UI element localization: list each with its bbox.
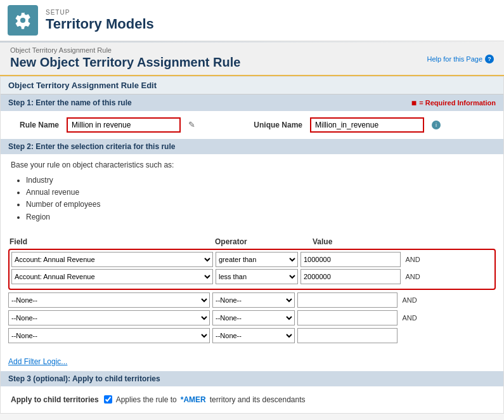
value-input-4[interactable] xyxy=(297,310,397,325)
unique-name-input[interactable] xyxy=(310,117,424,133)
help-link[interactable]: Help for this Page ? xyxy=(427,55,494,63)
step1-header: Step 1: Enter the name of this rule ■ = … xyxy=(1,95,503,111)
and-label-3: AND xyxy=(400,296,419,304)
apply-child-checkbox[interactable] xyxy=(104,395,112,404)
step3-header: Step 3 (optional): Apply to child territ… xyxy=(1,371,503,386)
filter-row-4: --None-- Account: Annual Revenue --None-… xyxy=(8,310,496,325)
criteria-annual-revenue: Annual revenue xyxy=(26,187,493,199)
field-select-1[interactable]: Account: Annual Revenue xyxy=(11,252,213,267)
and-label-2: AND xyxy=(403,273,422,280)
value-input-5[interactable] xyxy=(297,328,397,343)
col-value-header: Value xyxy=(313,237,414,246)
main-content: Object Territory Assignment Rule Edit St… xyxy=(0,76,504,414)
setup-label: SETUP xyxy=(46,9,154,16)
page-header: SETUP Territory Models xyxy=(0,0,504,41)
req-marker: ■ xyxy=(411,98,417,108)
add-filter-link[interactable]: Add Filter Logic... xyxy=(8,355,67,369)
page-heading: New Object Territory Assignment Rule xyxy=(10,54,240,71)
filter-rows-highlighted: Account: Annual Revenue greater than les… xyxy=(8,249,496,290)
filter-header-row: Field Operator Value xyxy=(8,237,496,246)
and-label-4: AND xyxy=(400,314,419,322)
edit-icon[interactable]: ✎ xyxy=(188,120,198,130)
filter-row-2: Account: Annual Revenue less than greate… xyxy=(11,269,493,284)
step3-content: Apply to child territories Applies the r… xyxy=(1,386,503,413)
required-info: ■ = Required Information xyxy=(411,98,496,108)
header-text: SETUP Territory Models xyxy=(46,9,154,32)
criteria-list: Industry Annual revenue Number of employ… xyxy=(11,174,493,223)
step2-content: Base your rule on object characteristics… xyxy=(1,154,503,237)
rule-name-input[interactable] xyxy=(67,117,181,133)
breadcrumb-bar: Object Territory Assignment Rule New Obj… xyxy=(0,43,504,76)
operator-select-4[interactable]: --None-- greater than less than xyxy=(212,310,295,325)
help-icon: ? xyxy=(485,55,494,63)
step2-header: Step 2: Enter the selection criteria for… xyxy=(1,139,503,154)
required-text: = Required Information xyxy=(419,99,496,107)
setup-icon xyxy=(8,5,38,36)
help-link-text: Help for this Page xyxy=(427,55,482,63)
step1-label: Step 1: Enter the name of this rule xyxy=(8,98,132,107)
apply-child-checkbox-label[interactable]: Applies the rule to *AMER territory and … xyxy=(104,395,306,404)
filter-table-wrapper: Field Operator Value Account: Annual Rev… xyxy=(1,237,503,352)
col-field-header: Field xyxy=(10,237,212,246)
criteria-employees: Number of employees xyxy=(26,199,493,211)
field-select-2[interactable]: Account: Annual Revenue xyxy=(11,269,213,284)
filter-row-5: --None-- Account: Annual Revenue --None-… xyxy=(8,328,496,343)
apply-child-row: Apply to child territories Applies the r… xyxy=(11,393,493,407)
step2-intro: Base your rule on object characteristics… xyxy=(11,161,493,169)
operator-select-1[interactable]: greater than less than equals --None-- xyxy=(216,252,298,267)
operator-select-5[interactable]: --None-- greater than less than xyxy=(212,328,295,343)
step1-form-row: Rule Name ✎ Unique Name i xyxy=(1,111,503,139)
value-input-3[interactable] xyxy=(297,292,397,308)
info-icon[interactable]: i xyxy=(432,121,441,129)
field-select-3[interactable]: --None-- Account: Annual Revenue xyxy=(8,292,210,308)
step2-label: Step 2: Enter the selection criteria for… xyxy=(8,142,175,151)
operator-select-2[interactable]: less than greater than equals --None-- xyxy=(216,269,298,284)
unique-name-label: Unique Name xyxy=(252,121,302,129)
step3-label: Step 3 (optional): Apply to child territ… xyxy=(8,374,160,383)
operator-select-3[interactable]: --None-- greater than less than xyxy=(212,292,295,308)
breadcrumb-section: Object Territory Assignment Rule New Obj… xyxy=(10,46,240,71)
apply-child-label: Apply to child territories xyxy=(11,395,99,404)
amer-text: *AMER xyxy=(181,395,206,404)
value-input-2[interactable] xyxy=(300,269,401,284)
filter-row-3: --None-- Account: Annual Revenue --None-… xyxy=(8,292,496,308)
territory-suffix: territory and its descendants xyxy=(210,395,306,404)
and-label-1: AND xyxy=(403,256,422,263)
criteria-region: Region xyxy=(26,211,493,223)
criteria-industry: Industry xyxy=(26,174,493,187)
rule-name-label: Rule Name xyxy=(8,121,59,129)
field-select-4[interactable]: --None-- Account: Annual Revenue xyxy=(8,310,210,325)
col-operator-header: Operator xyxy=(215,237,310,246)
gear-icon xyxy=(14,11,32,29)
page-title: Territory Models xyxy=(46,16,154,32)
value-input-1[interactable] xyxy=(300,252,401,267)
applies-text: Applies the rule to xyxy=(116,395,177,404)
breadcrumb: Object Territory Assignment Rule xyxy=(10,46,240,54)
section-header: Object Territory Assignment Rule Edit xyxy=(1,77,503,95)
field-select-5[interactable]: --None-- Account: Annual Revenue xyxy=(8,328,210,343)
filter-row-1: Account: Annual Revenue greater than les… xyxy=(11,252,493,267)
